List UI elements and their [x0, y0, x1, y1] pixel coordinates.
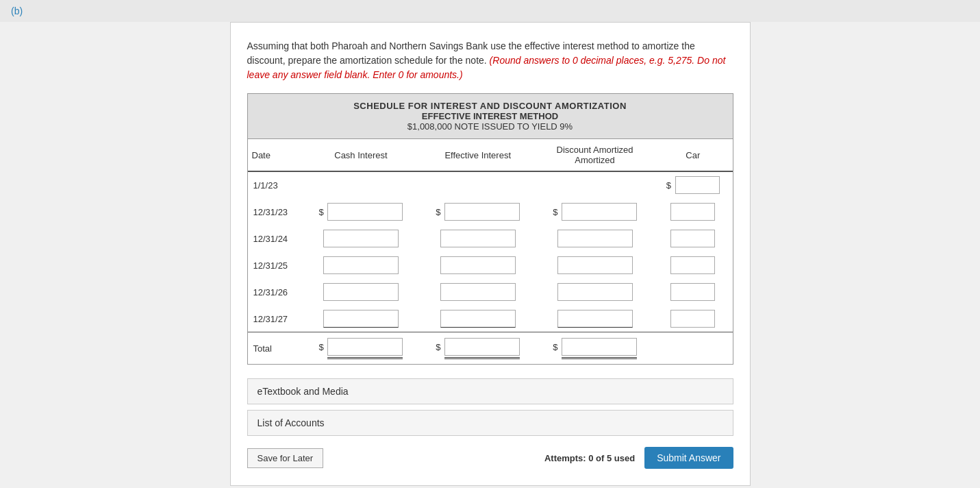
input-eff-total[interactable]	[444, 338, 520, 356]
input-eff-123127[interactable]	[440, 310, 516, 328]
cell-cash-1123	[303, 171, 420, 199]
input-carry-123126[interactable]	[670, 283, 715, 301]
table-row: 12/31/24	[248, 225, 733, 252]
cell-eff-total: $	[419, 332, 536, 364]
du-wrap-eff-total	[444, 338, 520, 359]
cell-carry-123123	[653, 199, 733, 225]
input-disc-123127[interactable]	[557, 310, 633, 328]
cell-cash-123126	[303, 279, 420, 306]
collapse-buttons: eTextbook and Media List of Accounts	[247, 378, 733, 436]
cell-eff-1123	[419, 171, 536, 199]
cell-eff-123123: $	[419, 199, 536, 225]
input-cash-123123[interactable]	[327, 203, 403, 221]
col-cash-interest: Cash Interest	[303, 139, 420, 171]
table-row: 1/1/23 $	[248, 171, 733, 199]
input-cash-123127[interactable]	[323, 310, 399, 328]
schedule-title2: EFFECTIVE INTEREST METHOD	[255, 111, 726, 121]
instructions: Assuming that both Pharoah and Northern …	[247, 39, 733, 82]
schedule-header: SCHEDULE FOR INTEREST AND DISCOUNT AMORT…	[248, 94, 733, 139]
row-date-123125: 12/31/25	[248, 252, 303, 279]
row-date-123124: 12/31/24	[248, 225, 303, 252]
cell-cash-123123: $	[303, 199, 420, 225]
table-row: 12/31/27	[248, 306, 733, 332]
input-disc-total[interactable]	[562, 338, 637, 356]
total-label: Total	[248, 332, 303, 364]
cell-disc-123123: $	[536, 199, 653, 225]
input-carry-123124[interactable]	[670, 230, 715, 247]
table-row-total: Total $ $	[248, 332, 733, 364]
col-amortized-sub: Amortized	[575, 155, 615, 165]
cell-disc-1123	[536, 171, 653, 199]
save-for-later-button[interactable]: Save for Later	[247, 448, 324, 468]
col-discount-amortized: Discount Amortized Amortized	[536, 139, 653, 171]
input-carry-123123[interactable]	[670, 203, 715, 221]
cell-eff-123124	[419, 225, 536, 252]
cell-carry-123127	[653, 306, 733, 332]
input-carry-1123[interactable]	[675, 176, 720, 194]
input-disc-123126[interactable]	[557, 283, 633, 301]
input-cash-123126[interactable]	[323, 283, 399, 301]
input-carry-123125[interactable]	[670, 256, 715, 274]
input-eff-123125[interactable]	[440, 256, 516, 274]
cell-carry-123125	[653, 252, 733, 279]
du-wrap-disc-total	[562, 338, 637, 359]
schedule-title3: $1,008,000 NOTE ISSUED TO YIELD 9%	[255, 121, 726, 132]
table-row: 12/31/23 $ $ $	[248, 199, 733, 225]
input-carry-123127[interactable]	[670, 310, 715, 328]
cell-eff-123127	[419, 306, 536, 332]
row-date-1123: 1/1/23	[248, 171, 303, 199]
col-date: Date	[248, 139, 303, 171]
cell-disc-123126	[536, 279, 653, 306]
cell-carry-123124	[653, 225, 733, 252]
col-effective-interest: Effective Interest	[419, 139, 536, 171]
amortization-table: Date Cash Interest Effective Interest Di…	[248, 139, 733, 364]
footer-bar: Save for Later Attempts: 0 of 5 used Sub…	[247, 447, 733, 469]
cell-eff-123126	[419, 279, 536, 306]
table-row: 12/31/25	[248, 252, 733, 279]
schedule-table-wrapper: SCHEDULE FOR INTEREST AND DISCOUNT AMORT…	[247, 93, 733, 365]
cell-disc-123125	[536, 252, 653, 279]
input-disc-123124[interactable]	[557, 230, 633, 247]
cell-cash-123124	[303, 225, 420, 252]
input-disc-123123[interactable]	[562, 203, 637, 221]
cell-eff-123125	[419, 252, 536, 279]
col-discount-label: Discount Amortized	[557, 145, 633, 155]
cell-cash-total: $	[303, 332, 420, 364]
row-date-123127: 12/31/27	[248, 306, 303, 332]
cell-cash-123127	[303, 306, 420, 332]
row-date-123123: 12/31/23	[248, 199, 303, 225]
cell-carry-total	[653, 332, 733, 364]
attempts-text: Attempts: 0 of 5 used	[544, 453, 635, 463]
schedule-title1: SCHEDULE FOR INTEREST AND DISCOUNT AMORT…	[255, 101, 726, 111]
input-eff-123124[interactable]	[440, 230, 516, 247]
footer-right: Attempts: 0 of 5 used Submit Answer	[544, 447, 733, 469]
du-wrap-cash-total	[327, 338, 403, 359]
cell-disc-total: $	[536, 332, 653, 364]
cell-cash-123125	[303, 252, 420, 279]
cell-disc-123124	[536, 225, 653, 252]
table-row: 12/31/26	[248, 279, 733, 306]
input-eff-123126[interactable]	[440, 283, 516, 301]
row-date-123126: 12/31/26	[248, 279, 303, 306]
main-card: Assuming that both Pharoah and Northern …	[230, 22, 751, 486]
part-label: (b)	[0, 0, 980, 22]
cell-disc-123127	[536, 306, 653, 332]
cell-carry-123126	[653, 279, 733, 306]
list-of-accounts-button[interactable]: List of Accounts	[247, 410, 733, 436]
input-cash-123124[interactable]	[323, 230, 399, 247]
input-eff-123123[interactable]	[444, 203, 520, 221]
page-wrapper: (b) Assuming that both Pharoah and North…	[0, 0, 980, 486]
submit-answer-button[interactable]: Submit Answer	[644, 447, 733, 469]
cell-carry-1123: $	[653, 171, 733, 199]
input-cash-total[interactable]	[327, 338, 403, 356]
input-disc-123125[interactable]	[557, 256, 633, 274]
etextbook-button[interactable]: eTextbook and Media	[247, 378, 733, 404]
col-carrying-value: Car	[653, 139, 733, 171]
input-cash-123125[interactable]	[323, 256, 399, 274]
